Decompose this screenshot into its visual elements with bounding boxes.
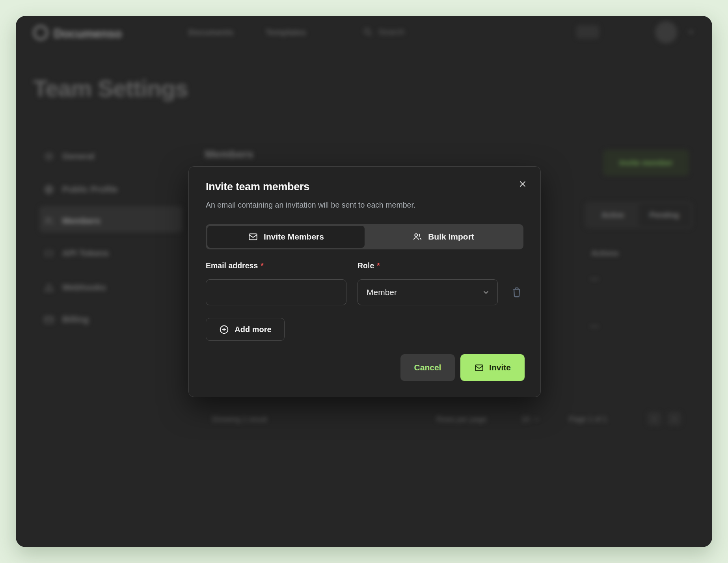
page-indicator: Page 1 of 1: [569, 415, 607, 424]
plus-circle-icon: [219, 324, 229, 335]
sidebar-item-label: General: [62, 151, 95, 162]
dialog-subtitle: An email containing an invitation will b…: [206, 201, 415, 210]
remove-row-button[interactable]: [509, 284, 525, 300]
webhook-icon: [43, 282, 54, 293]
header-badge[interactable]: [576, 25, 599, 39]
tab-bulk-import-label: Bulk Import: [428, 232, 474, 242]
sidebar-item-label: API Tokens: [62, 248, 109, 258]
invite-member-button[interactable]: Invite member: [603, 150, 689, 176]
account-chevron-down-icon[interactable]: [686, 27, 696, 37]
tab-invite-members-label: Invite Members: [264, 232, 324, 242]
trash-icon: [510, 286, 523, 299]
brand-name: Documenso: [54, 27, 122, 41]
sidebar-item-api-tokens[interactable]: API Tokens: [43, 245, 109, 262]
results-count: Showing 1 result: [212, 415, 267, 424]
credit-card-icon: [43, 314, 54, 325]
sidebar-item-billing[interactable]: Billing: [43, 311, 89, 328]
envelope-icon: [474, 363, 484, 373]
row-actions-menu[interactable]: ...: [590, 273, 600, 282]
dialog-tabs: Invite Members Bulk Import: [206, 224, 523, 249]
invite-button-label: Invite: [489, 363, 511, 372]
tab-bulk-import[interactable]: Bulk Import: [365, 226, 522, 248]
tab-pending[interactable]: Pending: [639, 204, 690, 226]
brand-logo-icon: [33, 25, 48, 40]
previous-page-button[interactable]: [648, 412, 661, 426]
add-more-button[interactable]: Add more: [206, 318, 285, 341]
role-label-text: Role: [357, 261, 374, 270]
braces-icon: [43, 248, 54, 259]
role-label: Role*: [357, 261, 380, 270]
member-filter-tabs: Active Pending: [585, 202, 693, 229]
sidebar-item-label: Public Profile: [62, 184, 118, 195]
tab-invite-members[interactable]: Invite Members: [207, 226, 365, 248]
email-address-label-text: Email address: [206, 261, 258, 270]
close-icon[interactable]: [518, 179, 528, 189]
section-heading: Members: [205, 148, 253, 161]
sidebar-item-label: Members: [62, 216, 101, 226]
add-more-label: Add more: [235, 325, 271, 334]
search-icon: [363, 27, 373, 37]
chevron-down-icon: [482, 288, 490, 297]
table-actions-header: Actions: [591, 249, 619, 258]
invite-button[interactable]: Invite: [460, 354, 525, 381]
cancel-button[interactable]: Cancel: [400, 354, 455, 381]
row-actions-menu[interactable]: ...: [590, 320, 600, 329]
sidebar-item-members[interactable]: Members: [43, 212, 101, 230]
nav-item-documents[interactable]: Documents: [188, 28, 233, 37]
search-control[interactable]: Search: [363, 27, 405, 37]
email-input[interactable]: [206, 279, 346, 305]
sidebar-item-general[interactable]: General: [43, 148, 95, 165]
gear-icon: [43, 151, 54, 162]
sidebar-item-webhooks[interactable]: Webhooks: [43, 279, 106, 296]
sidebar-item-public-profile[interactable]: Public Profile: [43, 181, 118, 198]
globe-icon: [43, 184, 54, 195]
invite-team-members-dialog: Invite team members An email containing …: [188, 166, 541, 397]
rows-per-page-label: Rows per page: [436, 415, 487, 424]
sidebar-item-label: Billing: [62, 314, 89, 325]
users-icon: [412, 232, 423, 242]
nav-item-templates[interactable]: Templates: [266, 28, 306, 37]
avatar[interactable]: [655, 21, 677, 43]
chevron-right-icon: [671, 415, 678, 422]
users-icon: [43, 216, 54, 227]
role-select-value: Member: [367, 288, 397, 297]
page-title: Team Settings: [33, 75, 188, 102]
rows-per-page-value: 10: [521, 415, 530, 424]
tab-active[interactable]: Active: [587, 204, 639, 226]
role-select[interactable]: Member: [357, 279, 498, 305]
app-window: Documenso Documents Templates Search Tea…: [16, 16, 712, 547]
invite-member-button-label: Invite member: [619, 158, 673, 167]
chevron-down-icon: [533, 416, 540, 423]
next-page-button[interactable]: [668, 412, 681, 426]
sidebar-item-label: Webhooks: [62, 282, 106, 293]
screen: { "window": { "brand": "Documenso" }, "h…: [0, 0, 728, 563]
email-address-label: Email address*: [206, 261, 264, 270]
required-marker: *: [377, 261, 380, 270]
search-label: Search: [378, 27, 405, 37]
chevron-left-icon: [651, 415, 658, 422]
required-marker: *: [261, 261, 264, 270]
envelope-icon: [248, 232, 258, 242]
rows-per-page-select[interactable]: 10: [521, 415, 540, 424]
dialog-title: Invite team members: [206, 181, 309, 193]
